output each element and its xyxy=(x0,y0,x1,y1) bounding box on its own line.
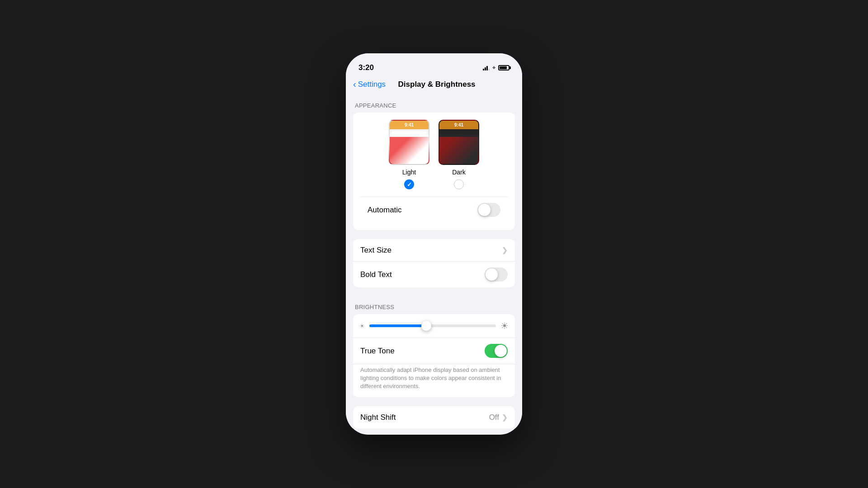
automatic-toggle-knob xyxy=(478,204,491,216)
true-tone-toggle[interactable] xyxy=(485,344,508,358)
night-shift-card: Night Shift Off ❯ xyxy=(353,406,515,428)
brightness-track xyxy=(369,324,496,327)
content-area: APPEARANCE 9:41 Light ✓ xyxy=(346,95,522,428)
back-label: Settings xyxy=(358,80,386,89)
bold-text-row: Bold Text xyxy=(353,262,515,287)
appearance-section-header: APPEARANCE xyxy=(346,95,522,113)
light-mode-label: Light xyxy=(402,169,416,176)
light-radio-selected[interactable]: ✓ xyxy=(404,179,414,189)
true-tone-description: Automatically adapt iPhone display based… xyxy=(353,364,515,397)
status-time: 3:20 xyxy=(359,63,374,72)
dark-mode-option[interactable]: 9:41 Dark xyxy=(439,120,479,189)
night-shift-right: Off ❯ xyxy=(489,413,508,422)
dark-radio-unselected[interactable] xyxy=(454,179,464,189)
true-tone-row: True Tone xyxy=(353,338,515,364)
brightness-fill xyxy=(369,324,426,327)
night-shift-chevron-icon: ❯ xyxy=(502,413,508,422)
night-shift-value: Off xyxy=(489,413,499,422)
automatic-label: Automatic xyxy=(368,206,402,215)
brightness-section-header: BRIGHTNESS xyxy=(346,296,522,314)
nav-bar: ‹ Settings Display & Brightness xyxy=(346,76,522,95)
brightness-slider[interactable] xyxy=(369,324,496,327)
appearance-options: 9:41 Light ✓ 9:41 Dark xyxy=(360,120,508,189)
true-tone-label: True Tone xyxy=(360,347,395,356)
text-size-row[interactable]: Text Size ❯ xyxy=(353,239,515,262)
status-icons: ⌖ xyxy=(483,64,509,71)
brightness-slider-row: ☀ ☀ xyxy=(353,314,515,338)
brightness-low-icon: ☀ xyxy=(359,323,365,329)
status-bar: 3:20 ⌖ xyxy=(346,53,522,76)
bold-text-toggle[interactable] xyxy=(485,267,508,282)
back-chevron-icon: ‹ xyxy=(353,79,356,89)
text-size-chevron-icon: ❯ xyxy=(502,246,508,254)
brightness-high-icon: ☀ xyxy=(500,320,509,331)
back-button[interactable]: ‹ Settings xyxy=(353,80,386,89)
true-tone-toggle-knob xyxy=(495,345,507,357)
wifi-icon: ⌖ xyxy=(492,64,495,71)
preview-time-dark: 9:41 xyxy=(439,121,478,129)
light-mode-option[interactable]: 9:41 Light ✓ xyxy=(389,120,429,189)
night-shift-label: Night Shift xyxy=(360,413,396,422)
light-mode-preview: 9:41 xyxy=(389,120,429,165)
automatic-toggle[interactable] xyxy=(477,203,500,217)
signal-icon xyxy=(483,65,490,70)
dark-mode-preview: 9:41 xyxy=(439,120,479,165)
brightness-thumb[interactable] xyxy=(421,321,431,331)
night-shift-row[interactable]: Night Shift Off ❯ xyxy=(353,406,515,428)
preview-time-light: 9:41 xyxy=(390,121,429,129)
text-size-right: ❯ xyxy=(502,246,508,254)
phone-frame: 3:20 ⌖ ‹ Settings Display & Brightness A… xyxy=(346,53,522,435)
text-size-label: Text Size xyxy=(360,246,392,255)
text-display-card: Text Size ❯ Bold Text xyxy=(353,239,515,287)
battery-icon xyxy=(498,65,509,70)
bold-text-label: Bold Text xyxy=(360,270,392,279)
bold-text-toggle-knob xyxy=(486,268,498,281)
brightness-card: ☀ ☀ True Tone Automatically adapt iPhone… xyxy=(353,314,515,397)
automatic-row: Automatic xyxy=(360,197,508,223)
page-title: Display & Brightness xyxy=(386,80,488,89)
appearance-card: 9:41 Light ✓ 9:41 Dark xyxy=(353,113,515,230)
checkmark-icon: ✓ xyxy=(407,181,412,188)
dark-mode-label: Dark xyxy=(452,169,466,176)
